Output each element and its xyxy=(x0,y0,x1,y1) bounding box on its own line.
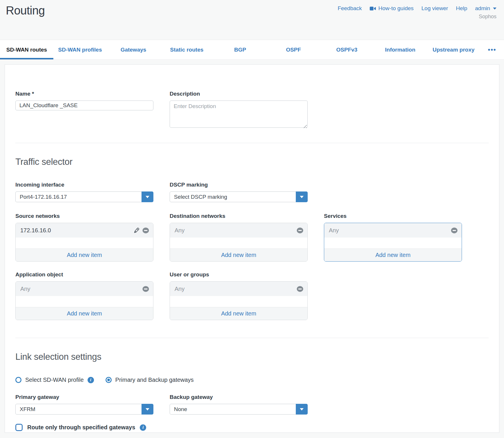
gateways-row: Primary gateway XFRM Backup gateway None xyxy=(15,394,489,415)
backup-gateway-select[interactable]: None xyxy=(170,404,308,415)
description-textarea[interactable] xyxy=(170,101,308,128)
radio-primary-backup-gateways[interactable]: Primary and Backup gateways xyxy=(106,377,194,383)
dscp-marking-label: DSCP marking xyxy=(170,182,308,188)
source-networks-group: Source networks 172.16.16.0 Add n xyxy=(15,213,153,262)
services-add-button[interactable]: Add new item xyxy=(324,249,462,261)
tab-information[interactable]: Information xyxy=(374,40,427,59)
dscp-marking-group: DSCP marking Select DSCP marking xyxy=(170,182,308,202)
description-label: Description xyxy=(170,91,308,97)
video-camera-icon xyxy=(370,6,376,11)
destination-networks-add-button[interactable]: Add new item xyxy=(170,249,307,261)
radio-select-sdwan-profile[interactable]: Select SD-WAN profile xyxy=(15,377,94,383)
services-empty-area xyxy=(324,238,462,249)
log-viewer-label: Log viewer xyxy=(421,5,448,12)
destination-networks-item-actions xyxy=(297,227,303,233)
brand-label: Sophos xyxy=(479,14,496,20)
user-groups-item: Any xyxy=(170,282,307,296)
source-networks-label: Source networks xyxy=(15,213,153,219)
tab-sd-wan-profiles[interactable]: SD-WAN profiles xyxy=(53,40,107,59)
remove-icon[interactable] xyxy=(297,286,303,292)
dscp-marking-dropdown-button[interactable] xyxy=(296,191,308,202)
radio-icon[interactable] xyxy=(15,377,21,383)
source-networks-box: 172.16.16.0 Add new item xyxy=(15,223,153,262)
incoming-interface-group: Incoming interface Port4-172.16.16.17 xyxy=(15,182,153,202)
tab-bar: SD-WAN routes SD-WAN profiles Gateways S… xyxy=(0,40,504,60)
tab-upstream-proxy[interactable]: Upstream proxy xyxy=(427,40,480,59)
dropdown-arrow-icon xyxy=(146,408,149,410)
services-item: Any xyxy=(324,223,462,238)
edit-pencil-icon[interactable] xyxy=(134,227,139,233)
incoming-interface-value: Port4-172.16.16.17 xyxy=(16,192,153,202)
dropdown-arrow-icon xyxy=(300,196,304,198)
destination-networks-box: Any Add new item xyxy=(170,223,308,262)
application-users-row: Application object Any Add new item User xyxy=(15,271,489,320)
feedback-label: Feedback xyxy=(338,5,362,12)
feedback-link[interactable]: Feedback xyxy=(338,5,362,12)
user-groups-empty-area xyxy=(170,296,307,307)
interface-dscp-row: Incoming interface Port4-172.16.16.17 DS… xyxy=(15,182,489,202)
route-only-row: Route only through specified gateways xyxy=(15,424,489,431)
remove-icon[interactable] xyxy=(451,227,458,233)
tab-sd-wan-routes[interactable]: SD-WAN routes xyxy=(0,40,53,59)
source-networks-empty-area xyxy=(16,238,153,249)
description-wrap xyxy=(170,101,308,129)
tab-ospfv3[interactable]: OSPFv3 xyxy=(320,40,374,59)
incoming-interface-dropdown-button[interactable] xyxy=(142,191,153,202)
backup-gateway-label: Backup gateway xyxy=(170,394,308,400)
destination-networks-empty-area xyxy=(170,238,307,249)
source-networks-item-actions xyxy=(134,227,149,233)
sd-wan-route-form: Name * Description Traffic selector Inco… xyxy=(5,64,499,433)
dropdown-arrow-icon xyxy=(146,196,149,198)
application-object-add-button[interactable]: Add new item xyxy=(16,307,153,320)
howto-guides-link[interactable]: How-to guides xyxy=(370,5,414,12)
services-item-label: Any xyxy=(329,227,451,234)
remove-icon[interactable] xyxy=(142,227,149,233)
route-only-checkbox[interactable] xyxy=(15,424,23,431)
name-input[interactable] xyxy=(15,101,153,110)
header-right: Feedback How-to guides Log viewer Help a… xyxy=(338,3,496,40)
application-object-item-actions xyxy=(142,286,149,292)
primary-gateway-dropdown-button[interactable] xyxy=(142,404,153,415)
radio-primary-backup-label: Primary and Backup gateways xyxy=(115,377,194,383)
add-new-item-label: Add new item xyxy=(67,252,102,258)
destination-networks-item-label: Any xyxy=(175,227,297,234)
user-groups-item-label: Any xyxy=(175,286,297,292)
add-new-item-label: Add new item xyxy=(67,310,102,317)
source-networks-add-button[interactable]: Add new item xyxy=(16,249,153,261)
help-link[interactable]: Help xyxy=(456,5,467,12)
source-networks-item-label: 172.16.16.0 xyxy=(20,227,134,234)
backup-gateway-dropdown-button[interactable] xyxy=(296,404,308,415)
incoming-interface-select[interactable]: Port4-172.16.16.17 xyxy=(15,191,153,202)
add-new-item-label: Add new item xyxy=(221,252,256,258)
section-divider xyxy=(15,338,489,338)
info-icon[interactable] xyxy=(140,424,146,431)
add-new-item-label: Add new item xyxy=(221,310,256,317)
more-tabs-icon[interactable]: ••• xyxy=(480,40,504,59)
tab-gateways[interactable]: Gateways xyxy=(107,40,160,59)
destination-networks-item: Any xyxy=(170,223,307,238)
section-divider xyxy=(15,143,489,143)
link-selection-radios: Select SD-WAN profile Primary and Backup… xyxy=(15,377,489,383)
source-networks-item: 172.16.16.0 xyxy=(16,223,153,238)
info-icon[interactable] xyxy=(88,377,94,383)
description-field-group: Description xyxy=(170,91,308,129)
traffic-selector-heading: Traffic selector xyxy=(15,157,489,167)
user-groups-add-button[interactable]: Add new item xyxy=(170,307,307,320)
radio-checked-icon[interactable] xyxy=(106,377,112,383)
admin-menu[interactable]: admin xyxy=(475,5,496,12)
application-object-group: Application object Any Add new item xyxy=(15,271,153,320)
networks-row: Source networks 172.16.16.0 Add n xyxy=(15,213,489,262)
tab-static-routes[interactable]: Static routes xyxy=(160,40,213,59)
remove-icon[interactable] xyxy=(297,227,303,233)
services-box: Any Add new item xyxy=(324,223,462,262)
admin-label: admin xyxy=(475,5,490,12)
user-groups-label: User or groups xyxy=(170,271,308,278)
primary-gateway-select[interactable]: XFRM xyxy=(15,404,153,415)
remove-icon[interactable] xyxy=(142,286,149,292)
tab-bgp[interactable]: BGP xyxy=(213,40,267,59)
dscp-marking-select[interactable]: Select DSCP marking xyxy=(170,191,308,202)
primary-gateway-value: XFRM xyxy=(16,404,153,414)
log-viewer-link[interactable]: Log viewer xyxy=(421,5,448,12)
tab-ospf[interactable]: OSPF xyxy=(267,40,320,59)
application-object-empty-area xyxy=(16,296,153,307)
